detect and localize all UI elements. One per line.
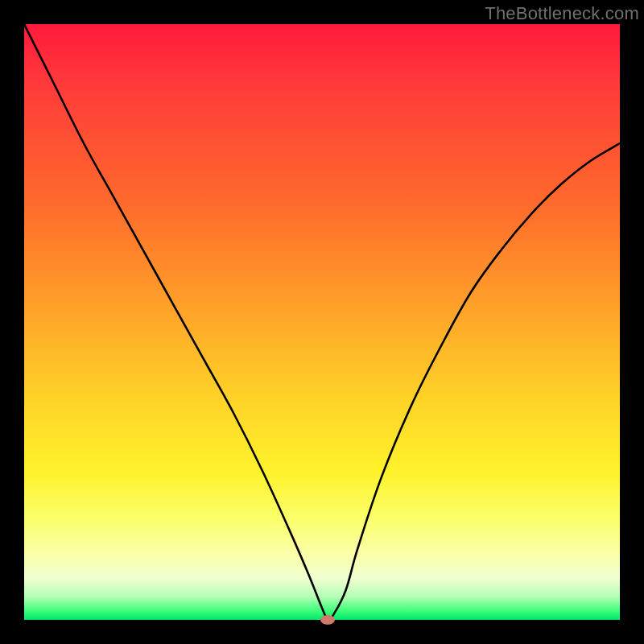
optimum-marker	[320, 615, 335, 625]
bottleneck-curve	[24, 24, 620, 620]
chart-frame: TheBottleneck.com	[0, 0, 644, 644]
watermark-text: TheBottleneck.com	[485, 3, 639, 24]
plot-area	[24, 24, 620, 620]
